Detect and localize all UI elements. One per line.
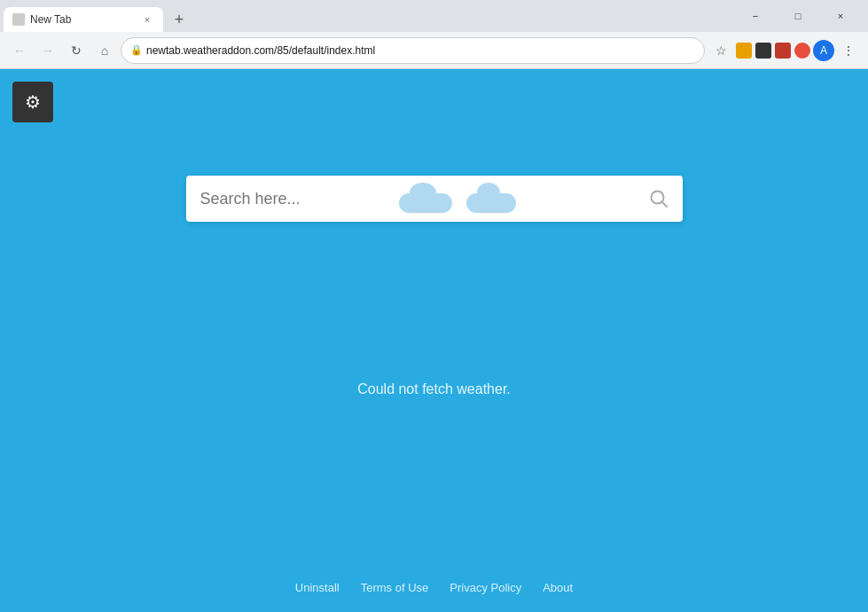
tab-title: New Tab bbox=[30, 13, 135, 26]
window-controls: − □ × bbox=[735, 3, 864, 29]
menu-button[interactable]: ⋮ bbox=[836, 38, 861, 63]
navigation-bar: ← → ↻ ⌂ 🔒 newtab.weatheraddon.com/85/def… bbox=[0, 32, 868, 69]
ext-icon-4[interactable] bbox=[794, 43, 810, 59]
search-bar-container bbox=[186, 176, 683, 222]
tab-favicon-icon bbox=[12, 13, 25, 26]
search-button[interactable] bbox=[649, 189, 669, 208]
weather-error-message: Could not fetch weather. bbox=[357, 381, 511, 397]
tab-strip: New Tab × + bbox=[4, 0, 735, 32]
refresh-button[interactable]: ↻ bbox=[64, 38, 89, 63]
maximize-button[interactable]: □ bbox=[778, 3, 818, 29]
browser-chrome: New Tab × + − □ × ← → ↻ ⌂ 🔒 newtab.weath… bbox=[0, 0, 868, 69]
active-tab[interactable]: New Tab × bbox=[4, 7, 163, 32]
user-avatar-button[interactable]: A bbox=[813, 40, 834, 61]
page-content: ⚙ Co bbox=[0, 69, 868, 612]
weather-cloud-icon-2 bbox=[461, 181, 532, 216]
home-button[interactable]: ⌂ bbox=[92, 38, 117, 63]
gear-icon: ⚙ bbox=[25, 91, 41, 113]
uninstall-link[interactable]: Uninstall bbox=[295, 581, 340, 594]
forward-button[interactable]: → bbox=[35, 38, 60, 63]
svg-line-1 bbox=[662, 202, 667, 207]
lock-icon: 🔒 bbox=[130, 44, 143, 56]
close-button[interactable]: × bbox=[820, 3, 861, 29]
bookmark-button[interactable]: ☆ bbox=[708, 38, 733, 63]
minimize-button[interactable]: − bbox=[735, 3, 776, 29]
ext-icon-3[interactable] bbox=[775, 43, 791, 59]
weather-cloud-icon bbox=[390, 181, 461, 216]
terms-link[interactable]: Terms of Use bbox=[361, 581, 429, 594]
weather-overlay bbox=[364, 179, 559, 218]
privacy-link[interactable]: Privacy Policy bbox=[450, 581, 521, 594]
settings-button[interactable]: ⚙ bbox=[12, 82, 53, 122]
ext-icon-1[interactable] bbox=[736, 43, 752, 59]
tab-close-button[interactable]: × bbox=[140, 12, 154, 27]
address-bar[interactable]: 🔒 newtab.weatheraddon.com/85/default/ind… bbox=[121, 37, 705, 64]
ext-icon-2[interactable] bbox=[755, 43, 771, 59]
about-link[interactable]: About bbox=[543, 581, 573, 594]
back-button[interactable]: ← bbox=[7, 38, 32, 63]
title-bar: New Tab × + − □ × bbox=[0, 0, 868, 32]
address-text: newtab.weatheraddon.com/85/default/index… bbox=[146, 44, 375, 57]
footer: Uninstall Terms of Use Privacy Policy Ab… bbox=[295, 581, 573, 594]
search-section bbox=[186, 176, 683, 222]
nav-right-buttons: ☆ A ⋮ bbox=[708, 38, 861, 63]
new-tab-button[interactable]: + bbox=[167, 7, 192, 32]
